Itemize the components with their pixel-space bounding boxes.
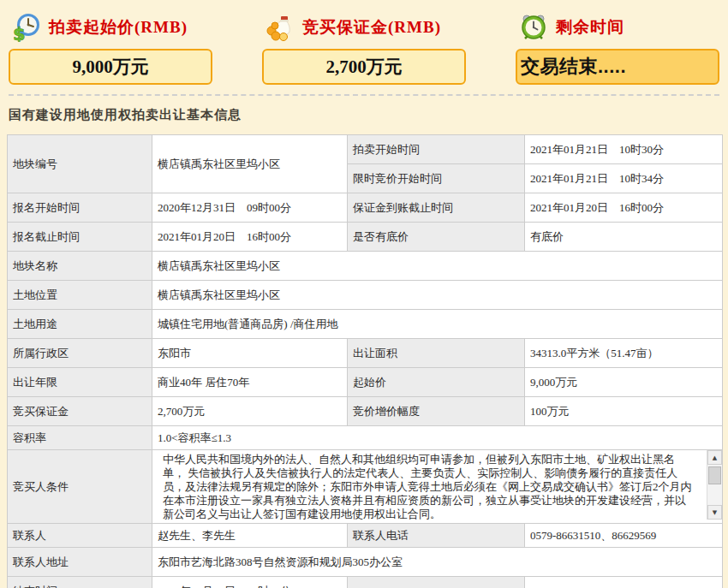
table-row: 联系人地址 东阳市艺海北路308号自然资源和规划局305办公室 <box>8 548 723 577</box>
contact-address-value: 东阳市艺海北路308号自然资源和规划局305办公室 <box>152 548 723 577</box>
deposit-value-box: 2,700万元 <box>262 49 466 85</box>
empty-label-cell <box>348 577 525 588</box>
time-remaining-column: 剩余时间 交易结束..... <box>516 10 719 85</box>
district-label: 所属行政区 <box>8 339 152 368</box>
section-title: 国有建设用地使用权拍卖出让基本信息 <box>9 107 728 123</box>
scrollbar-down-arrow-icon[interactable]: ▼ <box>707 505 722 520</box>
auction-start-value: 2021年01月21日 10时30分 <box>525 135 723 164</box>
signup-deadline-label: 报名截止时间 <box>8 223 152 252</box>
increment-value: 100万元 <box>525 397 723 426</box>
table-row: 报名开始时间 2020年12月31日 09时00分 保证金到账截止时间 2021… <box>8 193 723 223</box>
transfer-area-label: 出让面积 <box>348 339 525 368</box>
time-remaining-label: 剩余时间 <box>556 16 624 39</box>
contact-phone-value: 0579-86631510、86629569 <box>525 524 723 548</box>
district-value: 东阳市 <box>152 339 348 368</box>
starting-price-label: 拍卖起始价(RMB) <box>49 16 188 39</box>
tenure-label: 出让年限 <box>8 368 152 397</box>
table-row: 容积率 1.0<容积率≤1.3 <box>8 426 723 450</box>
starting-price-row-label: 起始价 <box>348 368 525 397</box>
has-reserve-label: 是否有底价 <box>348 223 525 252</box>
alarm-clock-icon <box>519 13 548 42</box>
signup-start-value: 2020年12月31日 09时00分 <box>152 193 348 223</box>
deposit-deadline-label: 保证金到账截止时间 <box>348 193 525 223</box>
timed-bid-start-value: 2021年01月21日 10时34分 <box>525 164 723 193</box>
scrollbar-up-arrow-icon[interactable]: ▲ <box>707 450 722 465</box>
deposit-label: 竞买保证金(RMB) <box>302 16 441 39</box>
contact-value: 赵先生、李先生 <box>152 524 348 548</box>
table-row: 竞买保证金 2,700万元 竞价增价幅度 100万元 <box>8 397 723 426</box>
starting-price-row-value: 9,000万元 <box>525 368 723 397</box>
bidder-conditions-text: 中华人民共和国境内外的法人、自然人和其他组织均可申请参加，但被列入东阳市土地、矿… <box>158 452 717 521</box>
plot-ratio-label: 容积率 <box>8 426 152 450</box>
tenure-value: 商业40年 居住70年 <box>152 368 348 397</box>
parcel-no-label: 地块编号 <box>8 135 152 193</box>
table-row: 报名截止时间 2021年01月20日 16时00分 是否有底价 有底价 <box>8 223 723 252</box>
has-reserve-value: 有底价 <box>525 223 723 252</box>
bid-deposit-value: 2,700万元 <box>152 397 348 426</box>
auction-start-label: 拍卖开始时间 <box>348 135 525 164</box>
auction-info-table: 地块编号 横店镇禹东社区里坞小区 拍卖开始时间 2021年01月21日 10时3… <box>7 134 723 588</box>
table-row: 土地位置 横店镇禹东社区里坞小区 <box>8 281 723 310</box>
countdown-box: 交易结束..... <box>516 49 719 85</box>
deposit-deadline-value: 2021年01月20日 16时00分 <box>525 193 723 223</box>
plot-ratio-value: 1.0<容积率≤1.3 <box>152 426 723 450</box>
parcel-no-value: 横店镇禹东社区里坞小区 <box>152 135 348 193</box>
dashed-divider <box>9 94 719 96</box>
deposit-header: 竞买保证金(RMB) <box>262 10 466 45</box>
time-remaining-header: 剩余时间 <box>516 10 719 45</box>
table-row: 所属行政区 东阳市 出让面积 34313.0平方米（51.47亩） <box>8 339 723 368</box>
contact-label: 联系人 <box>8 524 152 548</box>
table-row: 地块名称 横店镇禹东社区里坞小区 <box>8 252 723 281</box>
end-time-value: 2021年01月21日 10时44分 <box>152 577 348 588</box>
starting-price-header: $ 拍卖起始价(RMB) <box>9 10 212 45</box>
money-bag-icon <box>266 13 295 42</box>
table-row: 结束时间 2021年01月21日 10时44分 <box>8 577 723 588</box>
countdown-status-text: 交易结束..... <box>521 54 626 80</box>
signup-start-label: 报名开始时间 <box>8 193 152 223</box>
table-row: 土地用途 城镇住宅用地(普通商品房) /商住用地 <box>8 310 723 339</box>
summary-header-row: $ 拍卖起始价(RMB) 9,000万元 <box>9 10 719 85</box>
transfer-area-value: 34313.0平方米（51.47亩） <box>525 339 723 368</box>
contact-address-label: 联系人地址 <box>8 548 152 577</box>
top-summary-section: $ 拍卖起始价(RMB) 9,000万元 <box>0 0 728 96</box>
signup-deadline-value: 2021年01月20日 16时00分 <box>152 223 348 252</box>
table-row: 联系人 赵先生、李先生 联系人电话 0579-86631510、86629569 <box>8 524 723 548</box>
land-location-value: 横店镇禹东社区里坞小区 <box>152 281 723 310</box>
scrollbar-thumb[interactable] <box>708 466 721 484</box>
land-location-label: 土地位置 <box>8 281 152 310</box>
bid-deposit-label: 竞买保证金 <box>8 397 152 426</box>
parcel-name-value: 横店镇禹东社区里坞小区 <box>152 252 723 281</box>
land-use-label: 土地用途 <box>8 310 152 339</box>
parcel-name-label: 地块名称 <box>8 252 152 281</box>
clock-money-icon: $ <box>12 13 41 42</box>
starting-price-column: $ 拍卖起始价(RMB) 9,000万元 <box>9 10 212 85</box>
end-time-label: 结束时间 <box>8 577 152 588</box>
table-row: 出让年限 商业40年 居住70年 起始价 9,000万元 <box>8 368 723 397</box>
timed-bid-start-label: 限时竞价开始时间 <box>348 164 525 193</box>
table-row: 竞买人条件 中华人民共和国境内外的法人、自然人和其他组织均可申请参加，但被列入东… <box>8 450 723 524</box>
svg-text:$: $ <box>13 24 26 42</box>
starting-price-value: 9,000万元 <box>72 55 148 79</box>
bidder-conditions-cell: 中华人民共和国境内外的法人、自然人和其他组织均可申请参加，但被列入东阳市土地、矿… <box>152 450 723 524</box>
increment-label: 竞价增价幅度 <box>348 397 525 426</box>
contact-phone-label: 联系人电话 <box>348 524 525 548</box>
starting-price-value-box: 9,000万元 <box>9 49 212 85</box>
land-use-value: 城镇住宅用地(普通商品房) /商住用地 <box>152 310 723 339</box>
conditions-scrollbar[interactable]: ▲ ▼ <box>707 450 722 520</box>
table-row: 地块编号 横店镇禹东社区里坞小区 拍卖开始时间 2021年01月21日 10时3… <box>8 135 723 164</box>
deposit-column: 竞买保证金(RMB) 2,700万元 <box>262 10 466 85</box>
deposit-value: 2,700万元 <box>325 55 402 79</box>
empty-value-cell <box>525 577 723 588</box>
bidder-conditions-label: 竞买人条件 <box>8 450 152 524</box>
